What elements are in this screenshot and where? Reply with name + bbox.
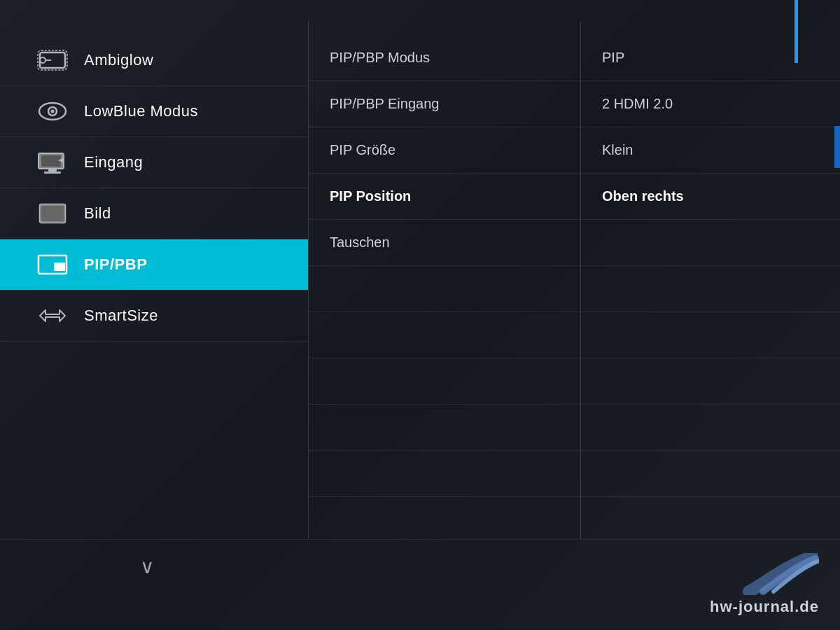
menu-item-pip-groesse[interactable]: PIP Größe (309, 127, 580, 174)
menu-item-empty1 (309, 266, 580, 312)
sidebar-item-eingang-label: Eingang (84, 153, 143, 172)
menu-column: PIP/PBP Modus PIP/PBP Eingang PIP Größe … (308, 21, 581, 539)
watermark: hw-journal.de (693, 553, 819, 616)
pip-icon (35, 252, 70, 277)
value-item-empty6 (581, 451, 840, 497)
sidebar-item-ambiglow-label: Ambiglow (84, 51, 153, 69)
sidebar-item-ambiglow[interactable]: Ambiglow (0, 35, 308, 86)
value-item-pip: PIP (581, 35, 840, 81)
svg-rect-14 (41, 206, 64, 221)
value-column: PIP 2 HDMI 2.0 Klein Oben rechts (581, 21, 840, 539)
sidebar: Ambiglow LowBlue Modus (0, 21, 308, 539)
value-item-hdmi: 2 HDMI 2.0 (581, 81, 840, 127)
value-item-empty1 (581, 220, 840, 266)
menu-item-empty4 (309, 405, 580, 451)
menu-item-empty5 (309, 451, 580, 497)
value-item-oben-rechts: Oben rechts (581, 174, 840, 220)
menu-item-tauschen[interactable]: Tauschen (309, 220, 580, 266)
smartsize-icon (35, 303, 70, 328)
sidebar-item-lowblue-label: LowBlue Modus (84, 102, 198, 120)
menu-item-pip-position[interactable]: PIP Position (309, 174, 580, 220)
main-content: Ambiglow LowBlue Modus (0, 0, 840, 539)
eye-icon (35, 99, 70, 124)
sidebar-item-pip-pbp[interactable]: PIP/PBP (0, 239, 308, 290)
value-item-empty4 (581, 358, 840, 405)
menu-item-empty3 (309, 358, 580, 405)
sidebar-item-bild[interactable]: Bild (0, 188, 308, 239)
svg-point-6 (51, 110, 55, 113)
scroll-down-indicator: ∨ (140, 555, 155, 578)
value-item-empty3 (581, 312, 840, 358)
sidebar-item-lowblue[interactable]: LowBlue Modus (0, 86, 308, 137)
svg-rect-9 (48, 169, 57, 172)
menu-item-pip-pbp-eingang[interactable]: PIP/PBP Eingang (309, 81, 580, 127)
accent-line-top (794, 0, 798, 63)
watermark-text: hw-journal.de (710, 598, 819, 616)
svg-rect-0 (40, 52, 65, 68)
picture-icon (35, 201, 70, 226)
svg-marker-17 (40, 310, 65, 321)
bottom-bar: ∨ hw-journal.de (0, 539, 840, 630)
sidebar-item-eingang[interactable]: Eingang (0, 137, 308, 188)
sidebar-item-bild-label: Bild (84, 204, 111, 223)
value-item-empty5 (581, 405, 840, 451)
svg-rect-16 (54, 262, 65, 271)
menu-item-pip-pbp-modus[interactable]: PIP/PBP Modus (309, 35, 580, 81)
value-item-empty2 (581, 266, 840, 312)
svg-rect-10 (44, 172, 61, 174)
menu-item-empty2 (309, 312, 580, 358)
accent-line-mid (834, 126, 840, 168)
screen: Ambiglow LowBlue Modus (0, 0, 840, 630)
svg-rect-8 (41, 155, 61, 167)
watermark-logo-swoosh (693, 553, 819, 595)
sidebar-item-smartsize-label: SmartSize (84, 307, 158, 325)
value-item-klein: Klein (581, 127, 840, 174)
sidebar-item-pip-pbp-label: PIP/PBP (84, 255, 147, 274)
input-icon (35, 150, 70, 175)
sidebar-item-smartsize[interactable]: SmartSize (0, 290, 308, 342)
ambiglow-icon (35, 48, 70, 73)
